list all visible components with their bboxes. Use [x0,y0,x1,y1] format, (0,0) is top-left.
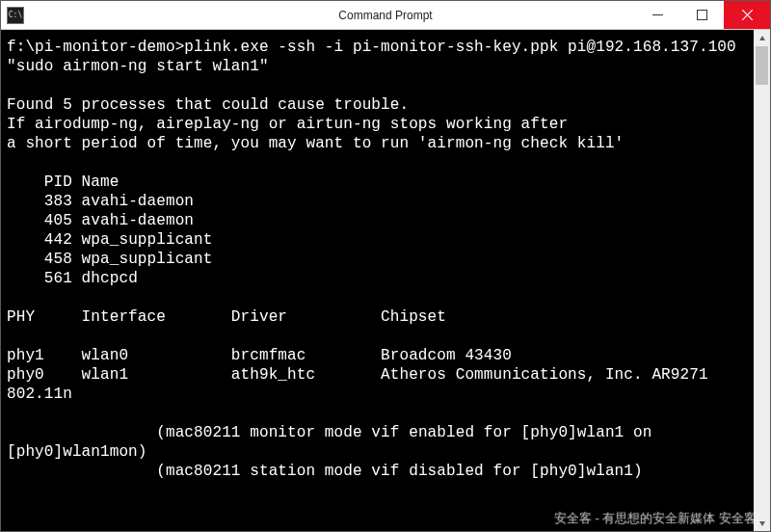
output-line: a short period of time, you may want to … [7,135,624,152]
iface-header: PHY Interface Driver Chipset [7,308,446,326]
iface-line: phy1 wlan0 brcmfmac Broadcom 43430 [7,347,512,364]
scrollbar-track[interactable] [754,46,770,515]
iface-line: phy0 wlan1 ath9k_htc Atheros Communicati… [7,366,717,403]
vertical-scrollbar[interactable] [754,30,770,531]
close-button[interactable] [724,1,770,29]
minimize-button[interactable] [635,1,679,29]
system-menu-icon-label: C:\ [9,11,22,19]
process-header: PID Name [7,173,119,191]
window-titlebar: C:\ Command Prompt [1,1,770,30]
process-line: 383 avahi-daemon [7,193,194,210]
minimize-icon [652,10,663,20]
window-controls [635,1,770,29]
scrollbar-thumb[interactable] [756,46,768,85]
output-line: Found 5 processes that could cause troub… [7,96,409,114]
status-line: (mac80211 station mode vif disabled for … [7,463,643,480]
process-line: 458 wpa_supplicant [7,251,212,268]
chevron-up-icon [758,35,766,42]
terminal-output[interactable]: f:\pi-monitor-demo>plink.exe -ssh -i pi-… [1,30,770,531]
scroll-down-button[interactable] [754,515,770,531]
maximize-icon [697,10,707,20]
svg-rect-1 [697,11,706,20]
scroll-up-button[interactable] [754,30,770,46]
svg-marker-4 [759,36,765,40]
process-line: 442 wpa_supplicant [7,231,212,249]
svg-rect-0 [652,14,663,15]
process-line: 405 avahi-daemon [7,212,194,229]
close-icon [742,10,753,20]
process-line: 561 dhcpcd [7,270,138,287]
chevron-down-icon [758,519,766,527]
status-line: (mac80211 monitor mode vif enabled for [… [7,424,661,461]
svg-marker-5 [759,521,765,526]
output-line: If airodump-ng, aireplay-ng or airtun-ng… [7,116,568,133]
maximize-button[interactable] [679,1,724,29]
prompt-text: f:\pi-monitor-demo> [7,39,184,56]
system-menu-icon[interactable]: C:\ [7,7,24,24]
